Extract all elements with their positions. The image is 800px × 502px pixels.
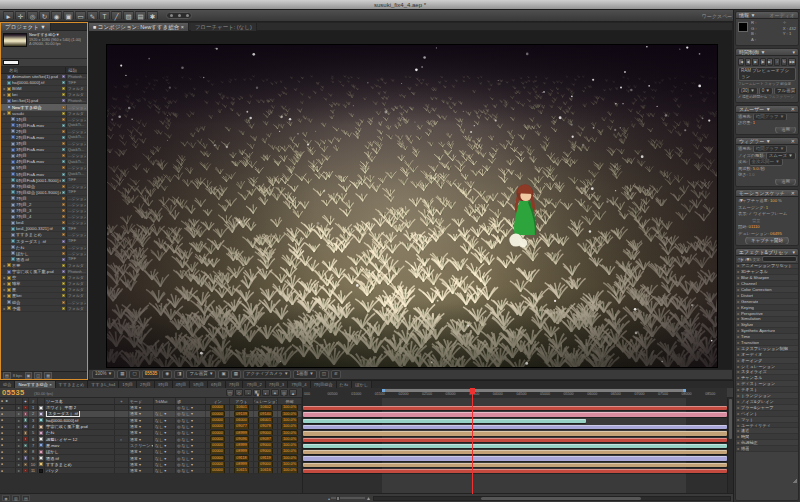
layer-in[interactable]: 00000 [206, 468, 230, 473]
timeline-tab[interactable]: 7列目_2 [243, 381, 265, 388]
layer-expander-icon[interactable]: ▸ [16, 424, 23, 429]
framerate-dropdown[interactable]: (30) ▼ [738, 88, 758, 95]
layer-duration[interactable]: 10602 [254, 405, 278, 410]
effects-search-input[interactable] [762, 256, 797, 262]
layer-switches[interactable] [115, 449, 129, 454]
layer-out[interactable]: 06000 [230, 418, 254, 423]
skip-dropdown[interactable]: 0 ▼ [759, 88, 773, 95]
zoom-out-icon[interactable]: ▴ [328, 496, 330, 501]
layer-out[interactable]: 10615 [230, 468, 254, 473]
layer-duration[interactable]: 10616 [254, 468, 278, 473]
column-header[interactable]: デュレーション [254, 398, 278, 404]
layer-name[interactable]: すすきまとめ [45, 462, 115, 467]
layer-in[interactable]: 00000 [206, 449, 230, 454]
layer-expander-icon[interactable]: ▸ [16, 411, 23, 416]
layer-name[interactable]: ぼかし [45, 449, 115, 454]
layer-in[interactable]: 00000 [206, 462, 230, 467]
layer-out[interactable]: 08999 [230, 443, 254, 448]
auto-keyframe-icon[interactable]: ◎ [280, 389, 288, 396]
hand-tool[interactable]: ✛ [15, 11, 26, 20]
column-type[interactable]: 種類 [65, 67, 87, 73]
layer-visibility-toggle[interactable]: ● [0, 436, 16, 441]
timeline-tab[interactable]: 5列目 [190, 381, 208, 388]
column-name[interactable]: 名前 [1, 67, 65, 73]
expand-inout-columns-icon[interactable]: ▤ [22, 495, 30, 501]
from-current-checkbox[interactable]: ✓ 現在の時間から [738, 94, 767, 100]
label-chip[interactable] [62, 130, 65, 133]
expand-layer-switches-icon[interactable]: ◉ [2, 495, 10, 501]
zoom-slider-handle[interactable] [336, 496, 340, 501]
layer-duration[interactable]: 09119 [254, 455, 278, 460]
label-chip[interactable] [62, 185, 65, 188]
layer-switches[interactable] [115, 405, 129, 410]
layer-in[interactable]: 00000 [206, 405, 230, 410]
tab-audio[interactable]: オーディオ [770, 12, 795, 18]
camera-tool[interactable]: ◉ [51, 11, 62, 20]
resolution-dropdown[interactable]: フル画質 ▼ [774, 88, 796, 95]
layer-parent[interactable]: ◎ なし ▾ [176, 418, 206, 423]
layer-stretch[interactable]: 100.0% [278, 443, 302, 448]
layer-parent[interactable]: ◎ なし ▾ [176, 411, 206, 416]
bit-depth-toggle[interactable]: 8 bpc [13, 373, 23, 378]
label-chip[interactable] [62, 270, 65, 273]
timeline-tab[interactable]: 7列目_3 [266, 381, 288, 388]
fullscreen-checkbox[interactable]: フルスクリーン [768, 94, 794, 100]
layer-bar[interactable] [303, 425, 727, 429]
label-chip[interactable] [62, 93, 65, 96]
composition-viewport[interactable] [106, 44, 718, 368]
label-chip[interactable] [62, 282, 65, 285]
timeline-tab[interactable]: 1列目 [119, 381, 137, 388]
layer-expander-icon[interactable]: ▸ [16, 430, 23, 435]
zoom-in-icon[interactable]: ▲ [366, 495, 371, 501]
interpret-footage-icon[interactable]: ▤ [3, 372, 11, 379]
column-header[interactable]: ●◄ [0, 398, 16, 404]
layer-blend-mode[interactable]: 通常 ▾ [129, 436, 154, 441]
timeline-tab[interactable]: 6列目 [208, 381, 226, 388]
column-header[interactable]: ソース名 [45, 398, 115, 404]
label-chip[interactable] [62, 87, 65, 90]
layer-expander-icon[interactable]: ▸ [16, 443, 23, 448]
layer-parent[interactable]: ◎ なし ▾ [176, 455, 206, 460]
layer-trkmat[interactable]: なし ▾ [154, 430, 176, 435]
smoother-title[interactable]: スムーザー ▼ [739, 106, 771, 112]
channel-icon[interactable]: ◨ [174, 370, 184, 379]
label-chip[interactable] [62, 307, 65, 310]
layer-parent[interactable]: ◎ なし ▾ [176, 443, 206, 448]
layer-visibility-toggle[interactable]: ● [0, 405, 16, 410]
brush-tool[interactable]: ╱ [111, 11, 122, 20]
audio-button[interactable]: ♪ [774, 58, 780, 66]
layer-parent[interactable]: ◎ なし ▾ [176, 449, 206, 454]
layer-parent[interactable]: ◎ なし ▾ [176, 424, 206, 429]
layer-visibility-toggle[interactable]: ● [0, 449, 16, 454]
current-time-display[interactable]: 05535 [142, 370, 161, 379]
layer-switches[interactable] [115, 462, 129, 467]
layer-bar[interactable] [303, 450, 727, 454]
frame-blend-icon[interactable]: ▚ [253, 389, 261, 396]
type-tool[interactable]: T [99, 11, 110, 20]
layer-stretch[interactable]: 100.0% [278, 462, 302, 467]
layer-trkmat[interactable] [154, 405, 176, 410]
layer-parent[interactable]: ◎ なし ▾ [176, 405, 206, 410]
timeline-tab[interactable]: 3列目 [155, 381, 173, 388]
safe-zones-icon[interactable]: ▦ [117, 370, 127, 379]
layer-stretch[interactable]: 100.0% [278, 449, 302, 454]
layer-trkmat[interactable]: なし ▾ [154, 455, 176, 460]
tab-project[interactable]: プロジェクト ▼ [1, 23, 51, 31]
layer-switches[interactable] [115, 443, 129, 448]
layer-duration[interactable]: 09000 [254, 449, 278, 454]
new-composition-icon[interactable]: ◫ [34, 372, 42, 379]
label-chip[interactable] [62, 124, 65, 127]
layer-name[interactable]: hai[0000-6000].tif [45, 418, 115, 423]
pen-tool[interactable]: ✎ [87, 11, 98, 20]
time-ruler[interactable]: 0000050001000015000200002500030000350004… [302, 388, 727, 398]
layer-blend-mode[interactable]: スクリーン ▾ [129, 443, 154, 448]
mask-toggle-icon[interactable]: ▢ [129, 370, 139, 379]
layer-parent[interactable]: ◎ なし ▾ [176, 436, 206, 441]
layer-name[interactable]: 宇宙に吹く風下敷.psd [45, 424, 115, 429]
layer-name[interactable]: バック [45, 468, 115, 473]
label-chip[interactable] [62, 258, 65, 261]
label-chip[interactable] [62, 246, 65, 249]
timeline-tab[interactable]: 7列目 [226, 381, 244, 388]
layer-visibility-toggle[interactable]: ● [0, 411, 16, 416]
layer-stretch[interactable]: 100.0% [278, 436, 302, 441]
